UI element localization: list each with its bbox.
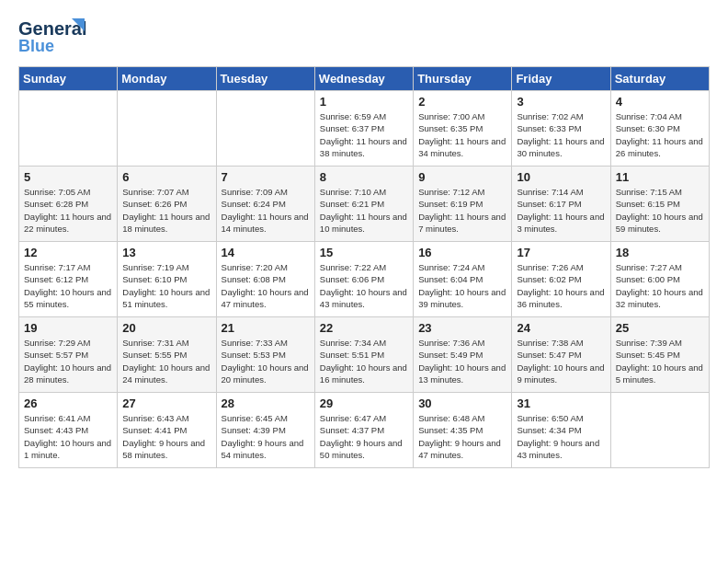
calendar-cell: 27Sunrise: 6:43 AM Sunset: 4:41 PM Dayli…	[118, 393, 216, 468]
day-info: Sunrise: 7:38 AM Sunset: 5:47 PM Dayligh…	[517, 337, 605, 385]
calendar-cell: 25Sunrise: 7:39 AM Sunset: 5:45 PM Dayli…	[610, 317, 709, 393]
calendar-cell: 21Sunrise: 7:33 AM Sunset: 5:53 PM Dayli…	[216, 317, 314, 393]
calendar-cell: 24Sunrise: 7:38 AM Sunset: 5:47 PM Dayli…	[512, 317, 610, 393]
calendar-header-sunday: Sunday	[19, 67, 118, 91]
day-info: Sunrise: 6:43 AM Sunset: 4:41 PM Dayligh…	[122, 412, 210, 461]
header: General Blue	[18, 17, 710, 57]
day-info: Sunrise: 6:45 AM Sunset: 4:39 PM Dayligh…	[222, 412, 310, 461]
day-info: Sunrise: 7:26 AM Sunset: 6:02 PM Dayligh…	[517, 261, 605, 310]
calendar-week-4: 26Sunrise: 6:41 AM Sunset: 4:43 PM Dayli…	[19, 393, 710, 468]
day-info: Sunrise: 7:05 AM Sunset: 6:28 PM Dayligh…	[24, 186, 112, 235]
day-info: Sunrise: 7:17 AM Sunset: 6:12 PM Dayligh…	[24, 261, 112, 310]
calendar-cell: 19Sunrise: 7:29 AM Sunset: 5:57 PM Dayli…	[19, 317, 118, 393]
day-number: 29	[320, 396, 408, 410]
logo: General Blue	[18, 17, 92, 57]
day-number: 12	[24, 246, 112, 259]
calendar-cell: 22Sunrise: 7:34 AM Sunset: 5:51 PM Dayli…	[314, 317, 413, 393]
day-info: Sunrise: 6:47 AM Sunset: 4:37 PM Dayligh…	[320, 412, 408, 461]
calendar-cell: 18Sunrise: 7:27 AM Sunset: 6:00 PM Dayli…	[610, 242, 709, 317]
calendar-cell: 15Sunrise: 7:22 AM Sunset: 6:06 PM Dayli…	[314, 242, 413, 317]
day-number: 10	[517, 170, 605, 184]
calendar-cell	[118, 91, 216, 167]
day-info: Sunrise: 7:27 AM Sunset: 6:00 PM Dayligh…	[616, 261, 704, 310]
day-info: Sunrise: 7:15 AM Sunset: 6:15 PM Dayligh…	[616, 186, 704, 235]
calendar-cell: 9Sunrise: 7:12 AM Sunset: 6:19 PM Daylig…	[414, 167, 512, 242]
day-info: Sunrise: 7:22 AM Sunset: 6:06 PM Dayligh…	[320, 261, 408, 310]
day-info: Sunrise: 7:14 AM Sunset: 6:17 PM Dayligh…	[517, 186, 605, 235]
day-number: 26	[24, 396, 112, 410]
day-info: Sunrise: 7:34 AM Sunset: 5:51 PM Dayligh…	[320, 337, 408, 385]
day-info: Sunrise: 7:19 AM Sunset: 6:10 PM Dayligh…	[122, 261, 210, 310]
calendar-cell: 12Sunrise: 7:17 AM Sunset: 6:12 PM Dayli…	[19, 242, 118, 317]
day-number: 27	[122, 396, 210, 410]
calendar-cell: 5Sunrise: 7:05 AM Sunset: 6:28 PM Daylig…	[19, 167, 118, 242]
calendar-header-thursday: Thursday	[414, 67, 512, 91]
calendar-week-2: 12Sunrise: 7:17 AM Sunset: 6:12 PM Dayli…	[19, 242, 710, 317]
day-info: Sunrise: 7:20 AM Sunset: 6:08 PM Dayligh…	[222, 261, 310, 310]
calendar-cell: 28Sunrise: 6:45 AM Sunset: 4:39 PM Dayli…	[216, 393, 314, 468]
day-info: Sunrise: 7:29 AM Sunset: 5:57 PM Dayligh…	[24, 337, 112, 385]
calendar-cell	[216, 91, 314, 167]
calendar-cell: 14Sunrise: 7:20 AM Sunset: 6:08 PM Dayli…	[216, 242, 314, 317]
day-info: Sunrise: 7:00 AM Sunset: 6:35 PM Dayligh…	[418, 110, 506, 159]
calendar: SundayMondayTuesdayWednesdayThursdayFrid…	[18, 66, 710, 468]
calendar-cell: 1Sunrise: 6:59 AM Sunset: 6:37 PM Daylig…	[314, 91, 413, 167]
day-number: 20	[122, 321, 210, 335]
day-info: Sunrise: 7:36 AM Sunset: 5:49 PM Dayligh…	[418, 337, 506, 385]
day-number: 1	[320, 95, 408, 109]
calendar-cell: 26Sunrise: 6:41 AM Sunset: 4:43 PM Dayli…	[19, 393, 118, 468]
day-number: 23	[418, 321, 506, 335]
day-number: 22	[320, 321, 408, 335]
day-number: 18	[616, 246, 704, 259]
day-number: 11	[616, 170, 704, 184]
day-number: 17	[517, 246, 605, 259]
calendar-header-saturday: Saturday	[610, 67, 709, 91]
calendar-week-3: 19Sunrise: 7:29 AM Sunset: 5:57 PM Dayli…	[19, 317, 710, 393]
calendar-cell: 11Sunrise: 7:15 AM Sunset: 6:15 PM Dayli…	[610, 167, 709, 242]
day-number: 13	[122, 246, 210, 259]
calendar-cell: 7Sunrise: 7:09 AM Sunset: 6:24 PM Daylig…	[216, 167, 314, 242]
day-info: Sunrise: 6:41 AM Sunset: 4:43 PM Dayligh…	[24, 412, 112, 461]
day-info: Sunrise: 7:12 AM Sunset: 6:19 PM Dayligh…	[418, 186, 506, 235]
svg-text:Blue: Blue	[18, 37, 54, 55]
day-number: 31	[517, 396, 605, 410]
day-info: Sunrise: 6:50 AM Sunset: 4:34 PM Dayligh…	[517, 412, 605, 461]
calendar-header-wednesday: Wednesday	[314, 67, 413, 91]
day-number: 9	[418, 170, 506, 184]
day-info: Sunrise: 7:02 AM Sunset: 6:33 PM Dayligh…	[517, 110, 605, 159]
day-info: Sunrise: 7:33 AM Sunset: 5:53 PM Dayligh…	[222, 337, 310, 385]
calendar-cell: 6Sunrise: 7:07 AM Sunset: 6:26 PM Daylig…	[118, 167, 216, 242]
calendar-cell: 29Sunrise: 6:47 AM Sunset: 4:37 PM Dayli…	[314, 393, 413, 468]
calendar-cell	[610, 393, 709, 468]
calendar-week-0: 1Sunrise: 6:59 AM Sunset: 6:37 PM Daylig…	[19, 91, 710, 167]
day-number: 15	[320, 246, 408, 259]
day-info: Sunrise: 7:24 AM Sunset: 6:04 PM Dayligh…	[418, 261, 506, 310]
calendar-cell: 23Sunrise: 7:36 AM Sunset: 5:49 PM Dayli…	[414, 317, 512, 393]
calendar-header-row: SundayMondayTuesdayWednesdayThursdayFrid…	[19, 67, 710, 91]
calendar-cell: 13Sunrise: 7:19 AM Sunset: 6:10 PM Dayli…	[118, 242, 216, 317]
calendar-header-monday: Monday	[118, 67, 216, 91]
calendar-cell: 2Sunrise: 7:00 AM Sunset: 6:35 PM Daylig…	[414, 91, 512, 167]
calendar-cell: 31Sunrise: 6:50 AM Sunset: 4:34 PM Dayli…	[512, 393, 610, 468]
logo-svg: General Blue	[18, 17, 92, 57]
calendar-cell: 17Sunrise: 7:26 AM Sunset: 6:02 PM Dayli…	[512, 242, 610, 317]
calendar-week-1: 5Sunrise: 7:05 AM Sunset: 6:28 PM Daylig…	[19, 167, 710, 242]
calendar-cell: 30Sunrise: 6:48 AM Sunset: 4:35 PM Dayli…	[414, 393, 512, 468]
page: General Blue SundayMondayTuesdayWednesda…	[0, 0, 728, 563]
calendar-cell: 10Sunrise: 7:14 AM Sunset: 6:17 PM Dayli…	[512, 167, 610, 242]
day-info: Sunrise: 7:31 AM Sunset: 5:55 PM Dayligh…	[122, 337, 210, 385]
day-number: 6	[122, 170, 210, 184]
day-number: 14	[222, 246, 310, 259]
day-number: 4	[616, 95, 704, 109]
day-number: 30	[418, 396, 506, 410]
calendar-cell: 16Sunrise: 7:24 AM Sunset: 6:04 PM Dayli…	[414, 242, 512, 317]
day-info: Sunrise: 7:04 AM Sunset: 6:30 PM Dayligh…	[616, 110, 704, 159]
day-number: 5	[24, 170, 112, 184]
day-info: Sunrise: 7:39 AM Sunset: 5:45 PM Dayligh…	[616, 337, 704, 385]
day-number: 25	[616, 321, 704, 335]
calendar-header-tuesday: Tuesday	[216, 67, 314, 91]
calendar-cell	[19, 91, 118, 167]
day-number: 7	[222, 170, 310, 184]
calendar-cell: 3Sunrise: 7:02 AM Sunset: 6:33 PM Daylig…	[512, 91, 610, 167]
day-info: Sunrise: 7:07 AM Sunset: 6:26 PM Dayligh…	[122, 186, 210, 235]
